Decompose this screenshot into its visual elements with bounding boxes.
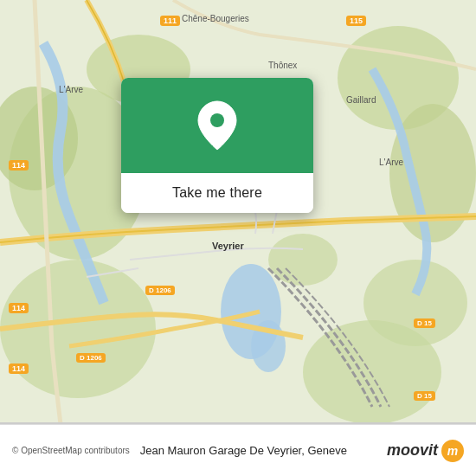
- moovit-dot-letter: m: [447, 444, 458, 458]
- area-label-veyrier: Veyrier: [212, 241, 244, 251]
- popup-card: Take me there: [121, 78, 313, 213]
- take-me-there-button[interactable]: Take me there: [121, 173, 313, 213]
- area-label-thonex: Thônex: [268, 61, 297, 70]
- svg-rect-12: [0, 422, 476, 424]
- road-badge-114b: 114: [9, 303, 29, 313]
- location-pin-icon: [195, 100, 240, 151]
- moovit-logo: moovit m: [387, 440, 464, 462]
- area-label-larve1: L'Arve: [59, 85, 83, 94]
- svg-point-13: [210, 113, 224, 127]
- svg-point-7: [0, 260, 156, 398]
- road-badge-d15a: D 15: [414, 318, 435, 328]
- map-container[interactable]: 111 115 112 114 114 114 D 1206 D 1206 D …: [0, 0, 476, 424]
- moovit-dot-icon: m: [441, 440, 464, 462]
- popup-header: [121, 78, 313, 173]
- area-label-larve2: L'Arve: [379, 158, 403, 167]
- location-name: Jean Mauron Garage De Veyrier, Geneve: [140, 444, 387, 457]
- area-label-chene: Chêne-Bougeries: [182, 14, 249, 23]
- road-badge-114c: 114: [9, 363, 29, 374]
- road-badge-114a: 114: [9, 160, 29, 170]
- road-badge-d15b: D 15: [414, 391, 435, 401]
- road-badge-115: 115: [346, 16, 366, 26]
- road-badge-d1206b: D 1206: [76, 353, 106, 363]
- svg-point-9: [303, 320, 441, 424]
- road-badge-d1206a: D 1206: [145, 286, 175, 295]
- bottom-bar: © OpenStreetMap contributors Jean Mauron…: [0, 424, 476, 476]
- road-badge-111: 111: [160, 16, 180, 26]
- area-label-gaillard: Gaillard: [346, 95, 376, 105]
- moovit-text: moovit: [387, 441, 438, 460]
- attribution-text: © OpenStreetMap contributors: [12, 446, 130, 455]
